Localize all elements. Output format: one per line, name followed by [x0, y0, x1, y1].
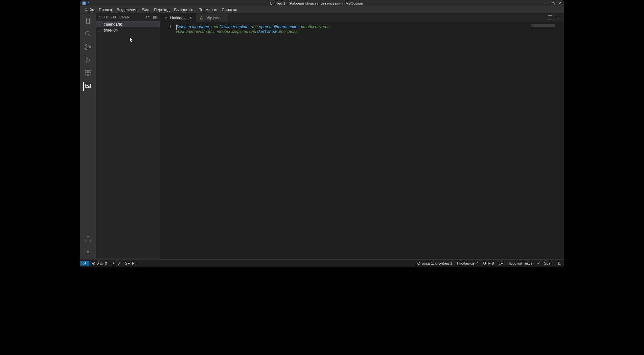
run-debug-icon[interactable]: [83, 56, 93, 65]
svg-rect-4: [85, 71, 87, 73]
tab-untitled-1[interactable]: ≡ Untitled-1 ✕: [160, 13, 196, 22]
account-icon[interactable]: [83, 234, 93, 244]
minimize-button[interactable]: —: [544, 1, 549, 6]
extensions-icon[interactable]: [83, 69, 93, 78]
placeholder-line-2: Начните печатать, чтобы закрыть или don'…: [176, 29, 530, 34]
editor-tabs: ≡ Untitled-1 ✕ {} sftp.json ⋯: [160, 13, 564, 23]
chevron-right-icon: ›: [99, 23, 103, 26]
tree-item-label: calendarik: [104, 22, 122, 27]
warning-triangle-icon: ⚠: [100, 261, 104, 266]
collapse-all-icon[interactable]: ▤: [153, 15, 157, 19]
source-control-icon[interactable]: [83, 42, 93, 52]
svg-rect-7: [89, 74, 91, 76]
svg-rect-8: [86, 84, 91, 88]
svg-point-1: [85, 44, 87, 46]
statusbar: ⊘0 ⚠0 ᯤ0 SFTP Строка 1, столбец 1 Пробел…: [80, 259, 564, 267]
menu-terminal[interactable]: Терминал: [197, 7, 219, 13]
check-icon: ✓: [537, 261, 540, 266]
tab-sftp-json[interactable]: {} sftp.json: [196, 13, 229, 22]
remote-indicator[interactable]: [80, 261, 89, 266]
search-icon[interactable]: [83, 29, 93, 38]
dont-show-link[interactable]: don't show: [257, 29, 277, 34]
menu-help[interactable]: Справка: [219, 7, 240, 13]
app-logo-icon: [82, 1, 86, 5]
maximize-button[interactable]: ▢: [551, 1, 555, 6]
svg-point-3: [89, 46, 91, 48]
close-icon[interactable]: ✕: [189, 16, 192, 20]
app-shell: ^ Untitled-1 - (Рабочая область) без наз…: [80, 0, 564, 267]
sidebar: SFTP: EXPLORER ⟳ ▤ › calendarik › time40…: [96, 13, 160, 259]
json-braces-icon: {}: [199, 16, 204, 20]
sidebar-title: SFTP: EXPLORER: [99, 15, 130, 19]
scrollbar-vertical[interactable]: [559, 23, 564, 259]
svg-point-0: [86, 32, 89, 35]
indentation[interactable]: Пробелов: 4: [455, 261, 481, 265]
split-editor-icon[interactable]: [547, 15, 553, 21]
main-area: SFTP: EXPLORER ⟳ ▤ › calendarik › time40…: [80, 13, 564, 259]
tab-label: Untitled-1: [170, 16, 187, 20]
menu-go[interactable]: Переход: [151, 7, 172, 13]
error-circle-icon: ⊘: [92, 261, 95, 266]
notifications-bell-icon[interactable]: [555, 261, 564, 266]
encoding[interactable]: UTF-8: [481, 261, 496, 265]
open-different-editor-link[interactable]: open a different editor: [259, 25, 299, 29]
select-language-link[interactable]: Select a language: [176, 25, 209, 29]
activitybar: [80, 13, 96, 259]
broadcast-icon: ᯤ: [112, 261, 116, 265]
svg-point-11: [87, 251, 89, 253]
settings-gear-icon[interactable]: [83, 248, 93, 257]
text-cursor: [176, 25, 177, 30]
editor[interactable]: 1 Select a language, или fill with templ…: [160, 23, 564, 259]
svg-rect-5: [89, 71, 91, 73]
explorer-icon[interactable]: [83, 16, 93, 25]
refresh-icon[interactable]: ⟳: [146, 15, 150, 19]
sidebar-tree: › calendarik › time404: [96, 21, 160, 33]
os-titlebar: ^ Untitled-1 - (Рабочая область) без наз…: [80, 0, 564, 6]
chevron-right-icon: ›: [99, 29, 103, 32]
editor-group: ≡ Untitled-1 ✕ {} sftp.json ⋯: [160, 13, 564, 259]
problems-errors[interactable]: ⊘0 ⚠0: [89, 261, 110, 266]
sidebar-header: SFTP: EXPLORER ⟳ ▤: [96, 13, 160, 21]
tree-item-time404[interactable]: › time404: [96, 27, 160, 33]
line-gutter: 1: [160, 23, 176, 259]
fill-template-link[interactable]: fill with template: [219, 25, 248, 29]
language-mode[interactable]: Простой текст: [505, 261, 535, 265]
svg-point-10: [87, 237, 89, 239]
tree-item-calendarik[interactable]: › calendarik: [96, 21, 160, 27]
statusbar-left: ⊘0 ⚠0 ᯤ0 SFTP: [80, 261, 137, 266]
menu-edit[interactable]: Правка: [97, 7, 115, 13]
os-titlebar-left: ^: [81, 1, 89, 5]
more-actions-icon[interactable]: ⋯: [556, 15, 561, 21]
svg-point-2: [85, 48, 87, 50]
status-sftp[interactable]: SFTP: [122, 261, 137, 266]
eol[interactable]: LF: [496, 261, 505, 265]
editor-content[interactable]: Select a language, или fill with templat…: [176, 23, 530, 259]
menubar: Файл Правка Выделение Вид Переход Выполн…: [80, 6, 564, 13]
svg-point-9: [86, 85, 87, 85]
svg-rect-6: [85, 74, 87, 76]
sftp-explorer-icon[interactable]: [83, 82, 92, 91]
line-number: 1: [160, 25, 172, 29]
menu-selection[interactable]: Выделение: [114, 7, 140, 13]
placeholder-line-1: Select a language, или fill with templat…: [176, 25, 530, 29]
tab-actions: ⋯: [544, 13, 564, 22]
ports-forwarded[interactable]: ᯤ0: [110, 261, 122, 266]
tree-item-label: time404: [104, 28, 118, 33]
spell-check[interactable]: ✓ Spell: [535, 261, 555, 266]
window-title: Untitled-1 - (Рабочая область) без назва…: [89, 1, 544, 5]
text-file-icon: ≡: [164, 16, 168, 20]
window-controls: — ▢ ✕: [544, 1, 563, 6]
menu-view[interactable]: Вид: [140, 7, 152, 13]
close-button[interactable]: ✕: [557, 1, 562, 6]
minimap[interactable]: [530, 23, 559, 259]
minimap-viewport[interactable]: [531, 24, 555, 27]
statusbar-right: Строка 1, столбец 1 Пробелов: 4 UTF-8 LF…: [415, 261, 564, 266]
menu-file[interactable]: Файл: [82, 7, 97, 13]
menu-run[interactable]: Выполнить: [172, 7, 197, 13]
cursor-position[interactable]: Строка 1, столбец 1: [415, 261, 455, 265]
tab-label: sftp.json: [206, 16, 220, 20]
